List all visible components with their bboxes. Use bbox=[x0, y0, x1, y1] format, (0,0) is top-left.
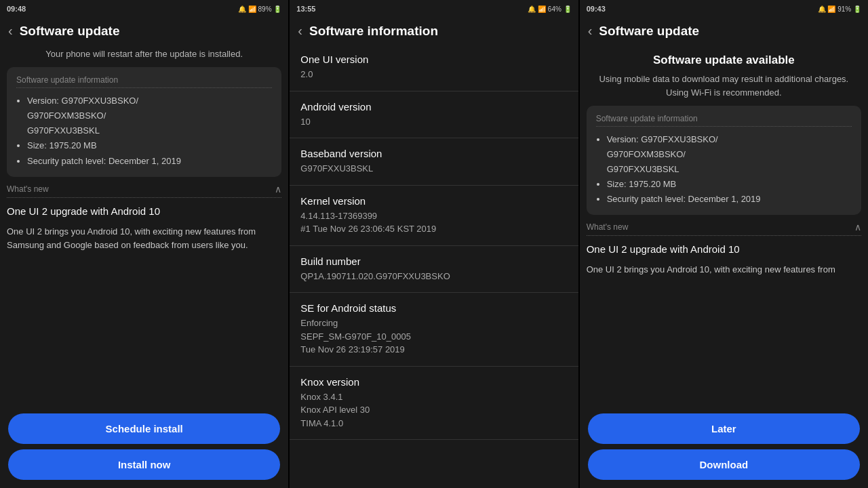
update-info-box-3: Software update information Version: G97… bbox=[587, 106, 861, 215]
value-knox: Knox 3.4.1Knox API level 30TIMA 4.1.0 bbox=[300, 390, 567, 430]
whats-new-section-3: What's new ∧ One UI 2 upgrade with Andro… bbox=[587, 222, 861, 277]
value-se-android: EnforcingSEPF_SM-G970F_10_0005Tue Nov 26… bbox=[300, 317, 567, 357]
list-item-baseband-version: Baseband version G970FXXU3BSKL bbox=[290, 138, 578, 186]
button-row-3: Later Download bbox=[580, 407, 868, 488]
value-kernel: 4.14.113-17369399#1 Tue Nov 26 23:06:45 … bbox=[300, 209, 567, 236]
label-android: Android version bbox=[300, 101, 567, 113]
status-bar-2: 13:55 🔔 📶 64% 🔋 bbox=[290, 0, 578, 18]
label-kernel: Kernel version bbox=[300, 195, 567, 207]
panel-software-update-1: 09:48 🔔 📶 89% 🔋 ‹ Software update Your p… bbox=[0, 0, 288, 488]
value-android: 10 bbox=[300, 115, 567, 129]
page-title-3: Software update bbox=[599, 24, 699, 39]
info-item-version-3: Version: G970FXXU3BSKO/G970FOXM3BSKO/G97… bbox=[607, 132, 852, 177]
time-3: 09:43 bbox=[587, 5, 606, 13]
status-icons-3: 🔔 📶 91% 🔋 bbox=[818, 5, 861, 13]
info-list-1: Version: G970FXXU3BSKO/G970FOXM3BSKO/G97… bbox=[16, 94, 272, 168]
later-button[interactable]: Later bbox=[588, 413, 860, 444]
status-bar-1: 09:48 🔔 📶 89% 🔋 bbox=[0, 0, 288, 18]
download-button[interactable]: Download bbox=[588, 449, 860, 480]
status-bar-3: 09:43 🔔 📶 91% 🔋 bbox=[580, 0, 868, 18]
update-available-title: Software update available bbox=[591, 54, 857, 67]
list-item-one-ui-version: One UI version 2.0 bbox=[290, 44, 578, 92]
status-icons-2: 🔔 📶 64% 🔋 bbox=[528, 5, 571, 13]
label-build: Build number bbox=[300, 256, 567, 267]
info-box-title-3: Software update information bbox=[596, 114, 852, 127]
whats-new-heading-3: One UI 2 upgrade with Android 10 bbox=[587, 241, 861, 258]
info-item-size-1: Size: 1975.20 MB bbox=[27, 138, 272, 153]
list-item-android-version: Android version 10 bbox=[290, 92, 578, 139]
nav-bar-1: ‹ Software update bbox=[0, 18, 288, 44]
chevron-up-icon-3: ∧ bbox=[854, 222, 861, 232]
back-button-1[interactable]: ‹ bbox=[8, 23, 13, 39]
label-one-ui: One UI version bbox=[300, 54, 567, 65]
update-info-box-1: Software update information Version: G97… bbox=[7, 67, 281, 176]
info-item-size-3: Size: 1975.20 MB bbox=[607, 177, 852, 192]
content-2: One UI version 2.0 Android version 10 Ba… bbox=[290, 44, 578, 488]
info-list-3: Version: G970FXXU3BSKO/G970FOXM3BSKO/G97… bbox=[596, 132, 852, 207]
page-title-1: Software update bbox=[20, 24, 120, 39]
panel-software-update-2: 09:43 🔔 📶 91% 🔋 ‹ Software update Softwa… bbox=[578, 0, 868, 488]
content-1: Your phone will restart after the update… bbox=[0, 44, 288, 407]
whats-new-body-1: One UI 2 brings you Android 10, with exc… bbox=[7, 225, 281, 253]
list-item-knox-version: Knox version Knox 3.4.1Knox API level 30… bbox=[290, 367, 578, 441]
time-1: 09:48 bbox=[7, 5, 26, 13]
label-knox: Knox version bbox=[300, 376, 567, 388]
value-build: QP1A.190711.020.G970FXXU3BSKO bbox=[300, 270, 567, 283]
update-available-box: Software update available Using mobile d… bbox=[580, 44, 868, 106]
chevron-up-icon-1: ∧ bbox=[275, 184, 281, 195]
update-available-desc: Using mobile data to download may result… bbox=[591, 73, 857, 99]
value-baseband: G970FXXU3BSKL bbox=[300, 162, 567, 176]
whats-new-body-3: One UI 2 brings you Android 10, with exc… bbox=[587, 263, 861, 277]
content-3: Software update available Using mobile d… bbox=[580, 44, 868, 407]
label-baseband: Baseband version bbox=[300, 148, 567, 159]
whats-new-heading-1: One UI 2 upgrade with Android 10 bbox=[7, 203, 281, 220]
nav-bar-2: ‹ Software information bbox=[290, 18, 578, 44]
whats-new-label-1: What's new bbox=[7, 184, 49, 194]
info-item-version-1: Version: G970FXXU3BSKO/G970FOXM3BSKO/G97… bbox=[27, 94, 272, 138]
whats-new-header-3: What's new ∧ bbox=[587, 222, 861, 236]
whats-new-header-1: What's new ∧ bbox=[7, 184, 281, 198]
install-now-button[interactable]: Install now bbox=[8, 449, 280, 480]
page-title-2: Software information bbox=[309, 24, 438, 39]
panel-software-information: 13:55 🔔 📶 64% 🔋 ‹ Software information O… bbox=[288, 0, 578, 488]
time-2: 13:55 bbox=[296, 5, 315, 13]
value-one-ui: 2.0 bbox=[300, 68, 567, 81]
list-item-build-number: Build number QP1A.190711.020.G970FXXU3BS… bbox=[290, 246, 578, 293]
info-item-patch-3: Security patch level: December 1, 2019 bbox=[607, 192, 852, 207]
whats-new-content-3: One UI 2 upgrade with Android 10 One UI … bbox=[587, 241, 861, 277]
whats-new-content-1: One UI 2 upgrade with Android 10 One UI … bbox=[7, 203, 281, 253]
list-item-se-android: SE for Android status EnforcingSEPF_SM-G… bbox=[290, 293, 578, 367]
list-item-kernel-version: Kernel version 4.14.113-17369399#1 Tue N… bbox=[290, 186, 578, 246]
whats-new-section-1: What's new ∧ One UI 2 upgrade with Andro… bbox=[7, 184, 281, 253]
nav-bar-3: ‹ Software update bbox=[580, 18, 868, 44]
info-item-patch-1: Security patch level: December 1, 2019 bbox=[27, 154, 272, 169]
info-box-title-1: Software update information bbox=[16, 75, 272, 88]
label-se-android: SE for Android status bbox=[300, 302, 567, 314]
status-icons-1: 🔔 📶 89% 🔋 bbox=[238, 5, 281, 13]
whats-new-label-3: What's new bbox=[587, 222, 629, 232]
back-button-2[interactable]: ‹ bbox=[298, 23, 302, 39]
back-button-3[interactable]: ‹ bbox=[588, 23, 593, 39]
restart-notice: Your phone will restart after the update… bbox=[0, 44, 288, 67]
schedule-install-button[interactable]: Schedule install bbox=[8, 413, 280, 444]
button-row-1: Schedule install Install now bbox=[0, 407, 288, 488]
